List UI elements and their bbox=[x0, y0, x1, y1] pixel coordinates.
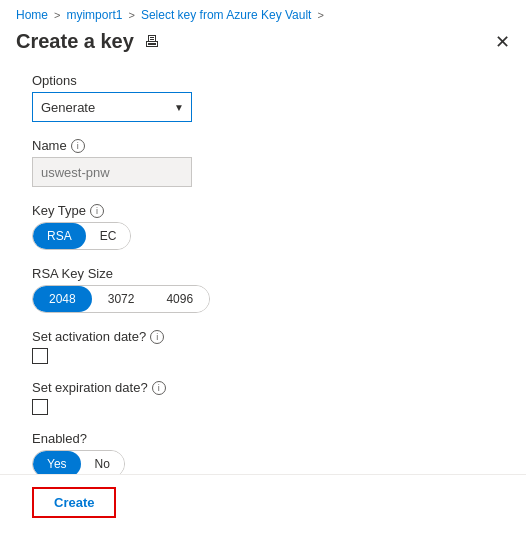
activation-info-icon[interactable]: i bbox=[150, 330, 164, 344]
header-left: Create a key 🖶 bbox=[16, 30, 160, 53]
enabled-yes[interactable]: Yes bbox=[33, 451, 81, 474]
expiration-date-label: Set expiration date? i bbox=[32, 380, 510, 395]
key-size-4096[interactable]: 4096 bbox=[150, 286, 209, 312]
name-info-icon[interactable]: i bbox=[71, 139, 85, 153]
key-type-ec[interactable]: EC bbox=[86, 223, 131, 249]
create-button[interactable]: Create bbox=[32, 487, 116, 518]
rsa-key-size-group: RSA Key Size 2048 3072 4096 bbox=[32, 266, 510, 313]
options-group: Options Generate Import ▼ bbox=[32, 73, 510, 122]
key-size-3072[interactable]: 3072 bbox=[92, 286, 151, 312]
expiration-date-checkbox[interactable] bbox=[32, 399, 48, 415]
key-type-label: Key Type i bbox=[32, 203, 510, 218]
breadcrumb-sep3: > bbox=[317, 9, 323, 21]
key-size-2048[interactable]: 2048 bbox=[33, 286, 92, 312]
form-body: Options Generate Import ▼ Name i Key Typ… bbox=[0, 65, 526, 474]
breadcrumb-select-key[interactable]: Select key from Azure Key Vault bbox=[141, 8, 312, 22]
expiration-checkbox-wrapper bbox=[32, 399, 510, 415]
breadcrumb-myimport1[interactable]: myimport1 bbox=[66, 8, 122, 22]
key-type-info-icon[interactable]: i bbox=[90, 204, 104, 218]
breadcrumb-home[interactable]: Home bbox=[16, 8, 48, 22]
expiration-date-group: Set expiration date? i bbox=[32, 380, 510, 415]
create-key-panel: Home > myimport1 > Select key from Azure… bbox=[0, 0, 526, 534]
page-title: Create a key bbox=[16, 30, 134, 53]
options-select[interactable]: Generate Import bbox=[32, 92, 192, 122]
options-select-wrapper: Generate Import ▼ bbox=[32, 92, 192, 122]
key-type-rsa[interactable]: RSA bbox=[33, 223, 86, 249]
breadcrumb-sep1: > bbox=[54, 9, 60, 21]
panel-header: Create a key 🖶 ✕ bbox=[0, 26, 526, 65]
key-type-toggle: RSA EC bbox=[32, 222, 131, 250]
rsa-key-size-label: RSA Key Size bbox=[32, 266, 510, 281]
key-type-group: Key Type i RSA EC bbox=[32, 203, 510, 250]
enabled-toggle: Yes No bbox=[32, 450, 125, 474]
enabled-no[interactable]: No bbox=[81, 451, 124, 474]
footer: Create bbox=[0, 474, 526, 534]
breadcrumb: Home > myimport1 > Select key from Azure… bbox=[0, 0, 526, 26]
enabled-label: Enabled? bbox=[32, 431, 510, 446]
name-group: Name i bbox=[32, 138, 510, 187]
expiration-info-icon[interactable]: i bbox=[152, 381, 166, 395]
close-icon[interactable]: ✕ bbox=[495, 31, 510, 53]
rsa-key-size-toggle: 2048 3072 4096 bbox=[32, 285, 210, 313]
activation-date-checkbox[interactable] bbox=[32, 348, 48, 364]
activation-date-group: Set activation date? i bbox=[32, 329, 510, 364]
name-input[interactable] bbox=[32, 157, 192, 187]
enabled-group: Enabled? Yes No bbox=[32, 431, 510, 474]
breadcrumb-sep2: > bbox=[128, 9, 134, 21]
print-icon[interactable]: 🖶 bbox=[144, 33, 160, 51]
options-label: Options bbox=[32, 73, 510, 88]
activation-checkbox-wrapper bbox=[32, 348, 510, 364]
activation-date-label: Set activation date? i bbox=[32, 329, 510, 344]
name-label: Name i bbox=[32, 138, 510, 153]
